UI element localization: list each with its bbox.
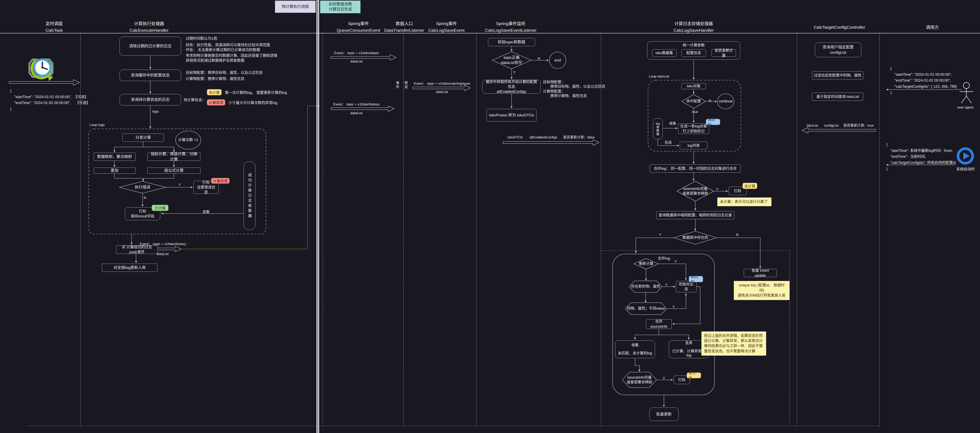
header-controller: CalcTargetConfigController [814, 24, 865, 31]
scheduler-clock-icon [28, 55, 55, 82]
node-config-info: 配置信息 [681, 49, 706, 57]
sticky-unique-key: unique key (配置id， 数据时间) 避免多JVM运行导致重复入库 [734, 281, 789, 300]
label-new-things: 存在新的物、属性 [629, 281, 662, 292]
note-target-config-body: 携带目标物、属性，以及公式信息 [550, 84, 605, 89]
badge-calculated: 已计算 [152, 205, 169, 211]
node-query-db-logs: 查询数据库中相同配置、相同时刻的日志记录 [656, 211, 734, 219]
label-event-forward-1: 事 件 [396, 81, 399, 89]
user-agent-icon [959, 82, 973, 103]
controller-payload: { "startTime": "2024-01-01 00:00:00", "e… [890, 65, 957, 96]
label-listener-out-args: tskvDTOs allEnabledConfigs 是否重新计算：false [503, 134, 599, 140]
label-datalist: dataList [326, 59, 387, 63]
label-user-agent: user agent [957, 105, 978, 109]
label-loop-logs: Loop logs [90, 123, 105, 127]
badge-calc-error: 计算异常 [211, 178, 229, 184]
system-startup-play-icon [958, 149, 973, 163]
header-caller: 调用方 [926, 24, 939, 31]
fat-arrow-calctask-trigger [9, 79, 80, 85]
node-formula-calc: 按公式计算 [148, 168, 200, 174]
note-cons: 坏处： 无法重新计算过期的已计算成功的数据 [186, 47, 260, 53]
label-topic-ok: topic正确 dataList非空 [493, 52, 530, 68]
note-calc-config-body: 携带计算物、属性信息 [550, 93, 587, 99]
label-yes: Y [673, 305, 675, 309]
label-same-things: 同物、属性；不同value [626, 303, 667, 314]
node-accumulate: 累加 [94, 168, 135, 174]
header-queue-event: Spring事件QueueConsumerEvent [337, 21, 380, 33]
label-event-history: Event： topic = v1/tskv/history [326, 102, 387, 106]
connector [667, 293, 686, 309]
loop-tskvlist-container [648, 80, 741, 151]
label-no: N [736, 233, 738, 237]
badge-not-calculated: 未计算 [687, 373, 701, 378]
header-listener: Spring事件监听CalcLogSaveEventListener [485, 21, 536, 33]
label-no: N [144, 196, 146, 200]
label-event-save: Event： topic = v1/tskv/calc/log/save [409, 81, 474, 86]
connector [659, 335, 689, 339]
label-yes: Y [659, 233, 661, 237]
node-batch-insert-update: 批量 insert update [744, 269, 777, 277]
label-continue: continue [718, 97, 734, 106]
badge-unmatched: 未匹配 [689, 276, 703, 282]
node-filter-things: 过滤出这些配置中的物、属性 [812, 71, 863, 79]
sticky-not-calculated-means: 未计算：表示可以进行计算了 [717, 197, 772, 206]
node-tskv-dataset: tskv数据集 [652, 49, 676, 57]
node-log-collector: log 收 集 器 [653, 118, 663, 139]
badge-not-calculated: 未计算 [743, 183, 757, 189]
note-first-calc-log: 第一次计算的log， 需要重新计算的log [225, 90, 287, 95]
label-calc-count: 计算次数 +1 [176, 135, 200, 145]
header-save-handler: 计算日志存储处理器CalcLogSaveHandler [673, 21, 714, 33]
fat-arrow-listener-out [503, 140, 599, 145]
label-yes: Y [665, 283, 667, 287]
label-collect: 收集 [669, 121, 676, 125]
node-index-calc: 指标计算、高级计算、分摊计算 [148, 153, 200, 161]
label-datalist: dataList [146, 252, 179, 256]
legend-flow-execution: 物计算执行流程 [275, 1, 316, 13]
label-logs: logs [152, 109, 159, 114]
label-hit-config: 命中配置 [682, 97, 705, 106]
node-dispatch-calc: 分发计算 [123, 133, 164, 142]
label-no: N [709, 99, 711, 103]
header-exec: 计算执行处理器CalcExecuteHandler [129, 21, 169, 33]
fat-arrow-event-history [331, 106, 394, 111]
note-target-config: 目标物配置：携带目标物、属性，以及公式信息 [186, 70, 263, 76]
note-expire-default: 过期时间默认为1周 [186, 36, 217, 41]
connector [659, 264, 686, 280]
caller-payload: { "startTime": 系统中最新log时间 - 5min, "endTi… [886, 142, 956, 172]
node-generate-log: 生成一条log对象 打上初始标记 [678, 124, 709, 134]
fat-arrow-controller-out [802, 127, 876, 133]
node-query-by-time: 基于指定时间查询 tskvList [812, 93, 863, 101]
badge-not-calculated: 未计算 [207, 89, 221, 95]
label-datalist: dataList [409, 90, 474, 94]
header-calctask: 定时调度CalcTask [45, 21, 63, 33]
label-yes: Y [675, 260, 677, 264]
label-event-latest: Event： topic = v1/tskv/latest [326, 50, 387, 55]
label-yes: Y [716, 187, 718, 191]
sticky-merge-logic: 经过上面的合并逻辑，如果状态仍然 是已计算、计算异常，那么其再次计 算的结果也必… [702, 331, 766, 356]
header-data-transfer: 数据入口DataTransferListener [384, 21, 424, 33]
label-event-history: Event： topic = v1/tskv/history [132, 241, 194, 246]
label-end: end [549, 56, 566, 65]
label-loop-tskvlist: Loop tskvList [649, 75, 669, 79]
label-yes: Y [663, 376, 665, 380]
label-form: 形成 [665, 140, 672, 145]
node-query-pending-logs: 查询待计算状态的日志 [119, 94, 181, 105]
node-recalc-flag: 是否重新计算 [711, 49, 736, 57]
badge-calc-error: 计算异常 [207, 99, 225, 105]
label-event-forward-2: 转 发 [404, 81, 408, 89]
node-merge-log: 合并log： 同一配置、同一时刻的日志对象进行合并 [650, 165, 741, 173]
note-pros: 好处：执行性能、资源消耗可以维持在比较乐观范围 [186, 42, 270, 48]
node-clean-expired-logs: 清除过期的已计算的日志 [119, 36, 181, 56]
label-datalist: dataList [326, 111, 387, 115]
node-batch-update: 批量更新 [649, 408, 679, 421]
connector [635, 358, 640, 371]
node-data-mapping: 数据映射、聚合映射 [94, 153, 135, 161]
note-error-log: 小于最大可计算次数的异常log [229, 100, 277, 106]
node-tskv-object: tskv对象 [681, 83, 706, 89]
node-convert-dtos: tskvProtos 转为 tskvDTOs [487, 109, 536, 122]
note-calc-config: 计算物配置：携带计算物、属性信息 [186, 76, 244, 82]
label-sourceinfo-complete: sourceInfo完备 或者是聚合映射 [678, 182, 713, 201]
label-merge-log-container: 合并log [658, 255, 670, 260]
node-success-log-collector: 成功计算日志收集器 [243, 162, 255, 230]
label-true: true [692, 110, 698, 114]
connector [635, 329, 659, 339]
